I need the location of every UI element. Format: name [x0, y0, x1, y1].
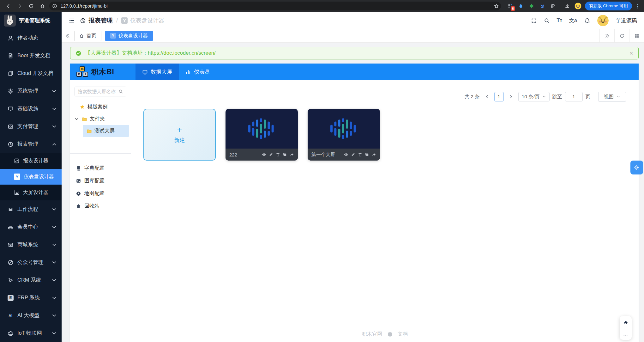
tree-item-templates[interactable]: 模版案例	[70, 101, 131, 113]
fullscreen-icon[interactable]	[531, 18, 537, 24]
settings-gear-button[interactable]	[630, 161, 643, 174]
copy-icon[interactable]	[365, 152, 369, 157]
edit-pencil-icon[interactable]	[269, 152, 273, 157]
browser-home-button[interactable]	[38, 2, 47, 10]
page-size-select[interactable]: 10 条/页	[518, 92, 550, 101]
footer-site-link[interactable]: 积木官网	[362, 331, 382, 338]
bookmark-star-icon[interactable]	[494, 3, 499, 9]
address-bar[interactable]: 127.0.0.1/report/jimu-bi	[49, 2, 501, 10]
screen-card[interactable]: 222	[226, 109, 298, 161]
emoji-avatar-icon	[574, 2, 582, 10]
sidebar-item-iot[interactable]: IoT 物联网	[0, 324, 62, 342]
browser-back-button[interactable]	[4, 2, 13, 10]
tree-item-test-screen[interactable]: 测试大屏	[83, 125, 129, 137]
sidebar-item-wechat[interactable]: 公众号管理	[0, 253, 62, 271]
card-footer: 第一个大屏	[308, 149, 380, 161]
view-dropdown-button[interactable]: 视图	[598, 92, 626, 102]
font-size-icon[interactable]: Tт	[557, 18, 563, 23]
bi-main-area: 共 2 条 1 10 条/页 跳至 页 视图	[131, 80, 639, 342]
delete-trash-icon[interactable]	[358, 152, 362, 157]
scrollbar-track[interactable]	[640, 43, 644, 342]
menu-item-map-config[interactable]: 地图配置	[70, 187, 131, 200]
sidebar-item-report[interactable]: 报表管理	[0, 135, 62, 153]
chrome-update-button[interactable]: 有新版 Chrome 可用	[585, 2, 632, 10]
back-home-button[interactable]	[620, 316, 632, 329]
chevron-down-icon	[51, 295, 57, 301]
tree-expand-icon[interactable]	[74, 116, 79, 122]
sidebar-item-erp[interactable]: E ERP 系统	[0, 289, 62, 307]
sidebar-item-member[interactable]: 会员中心	[0, 218, 62, 236]
sidebar-item-author[interactable]: 作者动态	[0, 29, 62, 47]
search-icon[interactable]	[118, 89, 123, 94]
card-title: 222	[229, 152, 237, 157]
sidebar-item-workflow[interactable]: 工作流程	[0, 200, 62, 218]
tab-refresh-button[interactable]	[614, 29, 629, 42]
screen-cards: + 新建 222	[143, 109, 380, 161]
preview-eye-icon[interactable]	[344, 152, 348, 157]
extension-clover-icon[interactable]	[528, 2, 535, 10]
share-icon[interactable]	[372, 152, 376, 157]
extensions-puzzle-button[interactable]	[549, 2, 557, 10]
footer-doc-link[interactable]: 文档	[398, 331, 408, 338]
tab-layout-button[interactable]	[629, 29, 644, 42]
extension-icon[interactable]: 6	[506, 2, 514, 10]
delete-trash-icon[interactable]	[276, 152, 280, 157]
new-screen-card[interactable]: + 新建	[143, 109, 216, 161]
menu-collapse-button[interactable]	[69, 17, 75, 24]
next-page-button[interactable]	[507, 92, 515, 101]
sidebar-item-ai[interactable]: AI AI 大模型	[0, 307, 62, 324]
page-number-button[interactable]: 1	[494, 92, 504, 101]
alert-close-icon[interactable]: ×	[629, 50, 633, 56]
bi-tab-data-screen[interactable]: 数据大屏	[135, 64, 179, 80]
bi-tab-dashboard[interactable]: 仪表盘	[179, 64, 217, 80]
translate-icon[interactable]: 文A	[569, 18, 577, 24]
tabs-scroll-left-icon[interactable]	[65, 33, 70, 39]
copy-icon[interactable]	[283, 152, 287, 157]
search-input[interactable]	[78, 89, 117, 94]
sidebar-item-crm[interactable]: CRM 系统	[0, 271, 62, 289]
sidebar-item-report-designer[interactable]: 报表设计器	[0, 153, 62, 169]
extension-chevrons-icon[interactable]	[539, 2, 546, 10]
map-icon	[76, 191, 81, 196]
preview-eye-icon[interactable]	[262, 152, 266, 157]
tab-home[interactable]: 首页	[74, 31, 101, 41]
sidebar-item-boot-docs[interactable]: Boot 开发文档	[0, 47, 62, 64]
profile-avatar[interactable]	[574, 2, 582, 10]
edit-pencil-icon[interactable]	[351, 152, 355, 157]
menu-item-recycle-bin[interactable]: 回收站	[70, 200, 131, 212]
downloads-button[interactable]	[563, 2, 571, 10]
browser-menu-button[interactable]: ⋮	[635, 3, 640, 9]
prev-page-button[interactable]	[483, 92, 491, 101]
tabs-scroll-right-button[interactable]	[599, 29, 614, 42]
username[interactable]: 芋道源码	[616, 17, 637, 24]
tab-dashboard-designer[interactable]: Y 仪表盘设计器	[105, 31, 153, 41]
sidebar-item-screen-designer[interactable]: 大屏设计器	[0, 185, 62, 200]
sidebar-item-mall[interactable]: 商城系统	[0, 236, 62, 253]
screen-card[interactable]: 第一个大屏	[308, 109, 380, 161]
browser-reload-button[interactable]	[27, 2, 35, 10]
documents-icon	[8, 70, 14, 76]
sidebar-item-cloud-docs[interactable]: Cloud 开发文档	[0, 64, 62, 82]
bi-footer: 积木官网 文档	[362, 331, 408, 338]
share-icon[interactable]	[290, 152, 294, 157]
search-icon[interactable]	[544, 18, 550, 24]
sidebar-item-dashboard-designer[interactable]: Y 仪表盘设计器	[0, 169, 62, 185]
browser-forward-button[interactable]	[15, 2, 24, 10]
breadcrumb-section[interactable]: 报表管理	[89, 16, 113, 25]
jump-page-input[interactable]	[565, 92, 583, 101]
bi-tab-label: 仪表盘	[194, 68, 210, 76]
tree-item-folder[interactable]: 文件夹	[70, 113, 131, 125]
more-actions-button[interactable]: …	[620, 329, 632, 340]
github-icon[interactable]	[387, 331, 393, 337]
sidebar-item-system[interactable]: 系统管理	[0, 82, 62, 100]
menu-item-gallery-config[interactable]: 图库配置	[70, 174, 131, 187]
chevron-down-icon	[51, 260, 57, 266]
sidebar-item-infra[interactable]: 基础设施	[0, 100, 62, 118]
user-avatar[interactable]	[597, 15, 609, 26]
site-info-button[interactable]	[51, 3, 58, 9]
notification-bell-icon[interactable]	[584, 18, 590, 24]
app-header: 报表管理 / Y 仪表盘设计器 Tт 文A 芋道源码	[62, 12, 644, 29]
menu-item-dict-config[interactable]: 字典配置	[70, 162, 131, 174]
extension-drop-icon[interactable]	[517, 2, 525, 10]
sidebar-item-payment[interactable]: 支付管理	[0, 118, 62, 135]
